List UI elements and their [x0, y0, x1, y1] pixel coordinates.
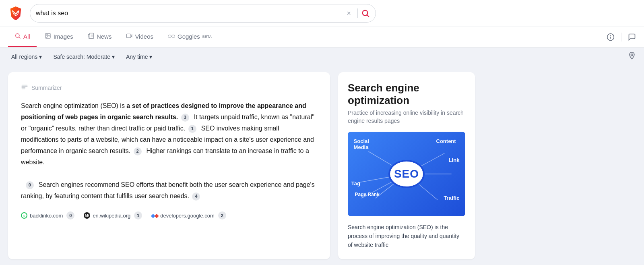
citation-4[interactable]: 4	[192, 193, 200, 201]
news-tab-icon	[88, 33, 94, 40]
regions-chevron-icon: ▾	[39, 54, 42, 60]
wikipedia-cite: 1	[134, 211, 142, 219]
wikipedia-icon: W	[84, 212, 90, 219]
feedback-button[interactable]	[628, 33, 636, 41]
summarizer-icon	[21, 83, 28, 92]
nav-right-icons	[607, 33, 636, 41]
citation-3[interactable]: 3	[181, 114, 189, 122]
search-clear-button[interactable]: ×	[343, 9, 354, 18]
diagram-label-content: Content	[436, 138, 456, 144]
diagram-label-tag: Tag	[351, 180, 360, 186]
filters-bar: All regions ▾ Safe search: Moderate ▾ An…	[0, 48, 644, 66]
tab-goggles[interactable]: Goggles BETA	[161, 27, 218, 47]
svg-point-10	[171, 35, 175, 38]
tab-images-label: Images	[54, 33, 73, 40]
backlinko-cite: 0	[66, 211, 74, 219]
summarizer-label: Summarizer	[31, 85, 62, 91]
right-panel: Search engine optimization Practice of i…	[338, 72, 475, 259]
summarizer-header: Summarizer	[21, 83, 317, 92]
summary-text-part5: Search engines recommend SEO efforts tha…	[21, 181, 315, 199]
search-input[interactable]	[36, 10, 343, 17]
nav-tabs: All Images News	[8, 27, 607, 47]
time-filter-label: Any time	[126, 54, 148, 60]
svg-point-15	[631, 54, 633, 56]
knowledge-subtitle: Practice of increasing online visibility…	[348, 109, 465, 125]
safe-search-filter-label: Safe search: Moderate	[53, 54, 110, 60]
seo-diagram-image: SocialMedia Content Link Page Rank Traff…	[348, 132, 465, 216]
summary-text-part1: Search engine optimization (SEO) is	[21, 102, 126, 109]
header: ×	[0, 0, 644, 27]
seo-bubble-label: SEO	[394, 168, 419, 180]
google-cite: 2	[218, 211, 226, 219]
time-chevron-icon: ▾	[149, 54, 152, 60]
diagram-label-social: SocialMedia	[354, 138, 369, 150]
knowledge-title: Search engine optimization	[348, 82, 465, 107]
svg-line-1	[367, 15, 369, 17]
wikipedia-domain: en.wikipedia.org	[93, 213, 130, 219]
search-submit-button[interactable]	[361, 9, 370, 18]
search-divider	[357, 8, 358, 18]
tab-all[interactable]: All	[8, 27, 37, 47]
videos-tab-icon	[126, 33, 132, 40]
location-button[interactable]	[628, 52, 636, 62]
google-icon: ◆◆	[151, 212, 158, 219]
source-google-dev[interactable]: ◆◆ developers.google.com 2	[151, 211, 227, 219]
search-bar: ×	[30, 4, 376, 23]
svg-point-9	[168, 35, 171, 38]
diagram-label-link: Link	[449, 157, 460, 163]
tab-news-label: News	[97, 33, 112, 40]
nav-bar: All Images News	[0, 27, 644, 48]
tab-videos[interactable]: Videos	[120, 27, 160, 47]
backlinko-domain: backlinko.com	[30, 213, 63, 219]
tab-videos-label: Videos	[135, 33, 153, 40]
google-domain: developers.google.com	[160, 213, 214, 219]
tab-goggles-label: Goggles	[178, 33, 200, 40]
citation-0[interactable]: 0	[26, 181, 34, 189]
tab-news[interactable]: News	[81, 27, 118, 47]
summarizer-text: Search engine optimization (SEO) is a se…	[21, 100, 317, 202]
knowledge-description: Search engine optimization (SEO) is the …	[348, 223, 465, 250]
backlinko-icon: ○	[21, 212, 27, 219]
nav-divider	[621, 33, 621, 41]
citation-1[interactable]: 1	[188, 125, 196, 133]
main-content: Summarizer Search engine optimization (S…	[0, 66, 483, 265]
diagram-label-pagerank: Page Rank	[355, 192, 380, 197]
regions-filter[interactable]: All regions ▾	[8, 52, 45, 62]
seo-diagram: SocialMedia Content Link Page Rank Traff…	[348, 132, 465, 216]
brave-logo	[8, 6, 23, 21]
source-backlinko[interactable]: ○ backlinko.com 0	[21, 211, 76, 219]
time-filter[interactable]: Any time ▾	[123, 52, 155, 62]
tab-images[interactable]: Images	[38, 27, 80, 47]
summarizer-card: Summarizer Search engine optimization (S…	[8, 72, 330, 259]
safe-search-chevron-icon: ▾	[112, 54, 115, 60]
tab-all-label: All	[23, 33, 30, 40]
source-wikipedia[interactable]: W en.wikipedia.org 1	[84, 211, 143, 219]
seo-center-bubble: SEO	[388, 160, 425, 188]
sources-row: ○ backlinko.com 0 W en.wikipedia.org 1 ◆…	[21, 211, 317, 219]
safe-search-filter[interactable]: Safe search: Moderate ▾	[50, 52, 118, 62]
info-button[interactable]	[607, 33, 615, 41]
diagram-label-traffic: Traffic	[444, 195, 459, 201]
svg-line-3	[19, 37, 20, 38]
images-tab-icon	[45, 33, 51, 40]
regions-filter-label: All regions	[11, 54, 37, 60]
citation-2[interactable]: 2	[134, 147, 142, 155]
knowledge-card: Search engine optimization Practice of i…	[338, 72, 475, 259]
goggles-beta-badge: BETA	[202, 35, 212, 39]
goggles-tab-icon	[168, 33, 175, 40]
svg-rect-8	[127, 34, 131, 37]
svg-point-5	[46, 35, 47, 36]
search-tab-icon	[14, 33, 21, 40]
